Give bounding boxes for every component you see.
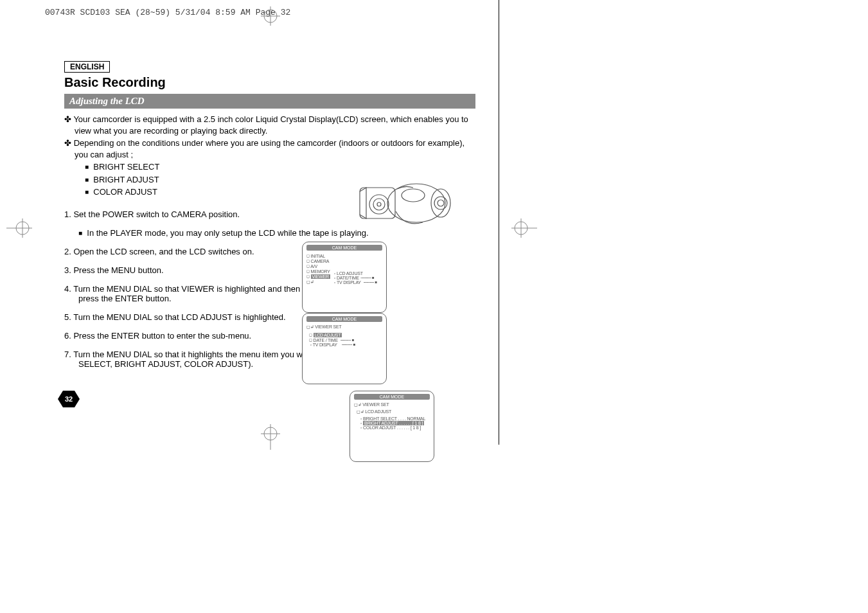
menu-sub: DATE/TIME xyxy=(337,276,359,280)
menu-item: COLOR ADJUST . . . . . . xyxy=(363,425,409,430)
menu-item: CAMERA xyxy=(311,259,330,263)
page-number: 32 xyxy=(58,391,80,407)
menu-item-selected: BRIGHT ADJUST . . . . . . xyxy=(364,421,411,425)
page-divider xyxy=(499,0,499,445)
menu-box-2: CAM MODE ◻↲ VIEWER SET ◻ LCD ADJUST ◻ DA… xyxy=(302,313,387,384)
crop-mark-right xyxy=(511,218,531,238)
language-label: ENGLISH xyxy=(64,61,110,73)
crop-mark-top xyxy=(261,6,280,26)
section-subtitle: Adjusting the LCD xyxy=(64,94,475,109)
return-icon: ◻↲ xyxy=(306,324,314,329)
svg-point-16 xyxy=(387,184,445,222)
bullet-color-adjust: COLOR ADJUST xyxy=(93,187,157,197)
menu-sub: TV DISPLAY xyxy=(337,280,361,285)
step-5: 5. Turn the MENU DIAL so that LCD ADJUST… xyxy=(64,312,316,322)
intro-text-1: Your camcorder is equipped with a 2.5 in… xyxy=(73,114,468,136)
menu-box-3: CAM MODE ◻↲ VIEWER SET ◻↲ LCD ADJUST ◦ B… xyxy=(350,391,434,462)
svg-point-20 xyxy=(402,189,425,202)
menu-title: CAM MODE xyxy=(306,316,382,322)
menu-item: DATE / TIME xyxy=(314,338,338,342)
menu-title: CAM MODE xyxy=(354,394,430,400)
return-icon: ◻↲ xyxy=(357,409,364,414)
intro-text-2: Depending on the conditions under where … xyxy=(74,138,465,159)
menu-item: MEMORY xyxy=(311,269,330,274)
list-item: ■ BRIGHT SELECT xyxy=(64,161,475,173)
menu-item: A/V xyxy=(310,264,317,269)
menu-value: [ 1 8 ] xyxy=(412,421,423,425)
menu-header: VIEWER SET xyxy=(362,402,389,407)
page-number-badge: 32 xyxy=(58,391,80,407)
print-slug: 00743R SCD103 SEA (28~59) 5/31/04 8:59 A… xyxy=(45,8,290,17)
menu-box-1: CAM MODE ◻ INITIAL ◻ CAMERA ◻ A/V ◻ MEMO… xyxy=(302,242,387,313)
return-icon: ◻↲ xyxy=(354,402,362,407)
menu-subheader: LCD ADJUST xyxy=(365,409,391,414)
menu-sub: LCD ADJUST xyxy=(337,271,363,276)
menu-item-selected: VIEWER xyxy=(311,274,330,279)
menu-value: [ 1 8 ] xyxy=(411,425,421,430)
svg-point-14 xyxy=(373,199,385,210)
menu-title: CAM MODE xyxy=(306,245,382,251)
page-title: Basic Recording xyxy=(64,75,475,90)
step-6: 6. Press the ENTER button to enter the s… xyxy=(64,331,316,341)
camera-illustration xyxy=(359,182,455,234)
menu-item: INITIAL xyxy=(311,254,325,258)
svg-point-15 xyxy=(377,202,381,206)
bullet-bright-select: BRIGHT SELECT xyxy=(93,162,159,172)
crop-mark-left xyxy=(6,218,26,238)
menu-item: TV DISPLAY xyxy=(313,342,337,347)
return-icon: ◻↲ xyxy=(306,280,314,284)
intro-para-2: ✤ Depending on the conditions under wher… xyxy=(64,138,475,160)
menu-item: BRIGHT SELECT . . . . xyxy=(363,416,406,421)
menu-value: NORMAL xyxy=(407,416,426,421)
crop-mark-bottom xyxy=(261,424,280,443)
svg-point-13 xyxy=(369,195,389,214)
intro-para-1: ✤ Your camcorder is equipped with a 2.5 … xyxy=(64,114,475,136)
menu-item-selected: LCD ADJUST xyxy=(314,333,342,337)
menu-header: VIEWER SET xyxy=(315,324,341,329)
svg-point-19 xyxy=(438,200,444,206)
bullet-bright-adjust: BRIGHT ADJUST xyxy=(93,175,159,184)
step-1-note-text: In the PLAYER mode, you may only setup t… xyxy=(87,228,368,238)
menu-figures: CAM MODE ◻ INITIAL ◻ CAMERA ◻ A/V ◻ MEMO… xyxy=(302,242,482,462)
step-4: 4. Turn the MENU DIAL so that VIEWER is … xyxy=(64,284,316,303)
